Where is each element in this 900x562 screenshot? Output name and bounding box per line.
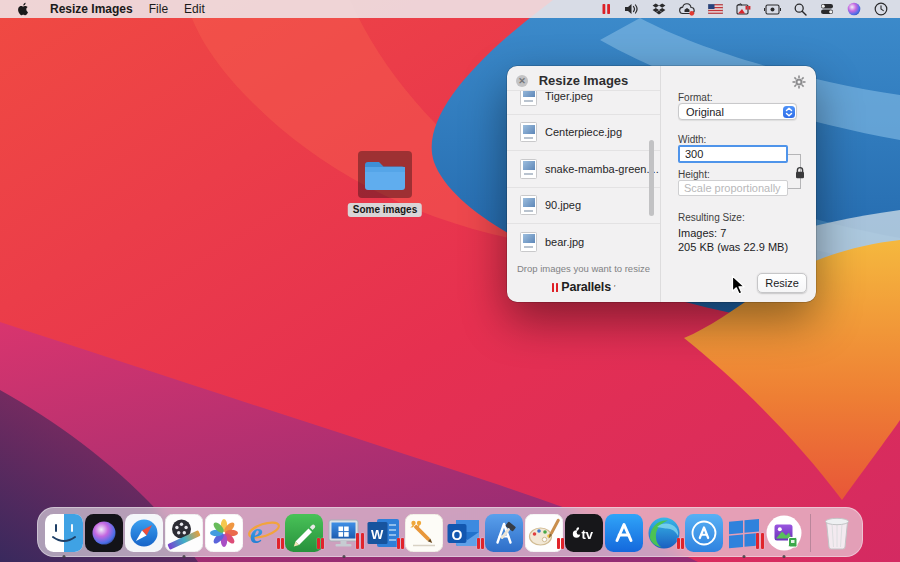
width-input[interactable] — [678, 145, 788, 163]
running-indicator — [743, 555, 746, 558]
parallels-pause-badge — [756, 533, 765, 549]
dock-microsoft-outlook-icon[interactable]: O — [445, 514, 483, 552]
menu-edit[interactable]: Edit — [184, 2, 205, 16]
size-summary: 205 KB (was 22.9 MB) — [678, 241, 788, 253]
lock-bracket — [788, 188, 800, 189]
dock-paint-icon[interactable] — [525, 514, 563, 552]
volume-icon[interactable] — [624, 3, 639, 15]
pane-divider — [660, 66, 661, 302]
format-label: Format: — [678, 92, 712, 103]
parallels-pause-icon[interactable] — [602, 3, 611, 15]
lock-icon[interactable] — [794, 165, 806, 183]
select-stepper-icon — [783, 106, 795, 118]
dock-siri-icon[interactable] — [85, 514, 123, 552]
menu-app-name[interactable]: Resize Images — [50, 2, 133, 16]
resize-button[interactable]: Resize — [757, 273, 807, 293]
dock-wordpad-icon[interactable] — [405, 514, 443, 552]
list-item[interactable]: Centerpiece.jpg — [507, 115, 660, 152]
parallels-pause-badge — [397, 538, 405, 549]
svg-text:tv: tv — [582, 527, 594, 542]
dock-resize-images-app-icon[interactable] — [765, 514, 803, 552]
parallels-pause-badge — [557, 538, 565, 549]
images-count: Images: 7 — [678, 227, 726, 239]
dock-finder-icon[interactable] — [45, 514, 83, 552]
dock-internet-explorer-icon[interactable]: e — [245, 514, 283, 552]
desktop-folder-label[interactable]: Some images — [348, 203, 422, 217]
running-indicator — [783, 555, 786, 558]
height-input[interactable] — [678, 180, 788, 196]
dock: e W O tv — [37, 507, 863, 557]
dock-microsoft-word-icon[interactable]: W — [365, 514, 403, 552]
dock-photos-icon[interactable] — [205, 514, 243, 552]
menu-bar: Resize Images File Edit — [0, 0, 900, 18]
running-indicator — [343, 555, 346, 558]
dock-movie-app-icon[interactable] — [165, 514, 203, 552]
siri-icon[interactable] — [847, 2, 861, 16]
parallels-pause-badge — [317, 538, 325, 549]
mouse-cursor — [731, 275, 746, 300]
list-item[interactable]: bear.jpg — [507, 224, 660, 260]
parallels-logo: Parallels ′ — [507, 280, 660, 294]
parallels-pause-badge — [677, 538, 685, 549]
running-indicator — [63, 555, 66, 558]
parallels-pause-badge — [477, 538, 485, 549]
dock-trash-icon[interactable] — [818, 514, 856, 552]
drop-hint: Drop images you want to resize — [507, 263, 660, 274]
list-scrollbar[interactable] — [649, 140, 654, 216]
desktop-folder-some-images[interactable] — [358, 151, 412, 198]
svg-text:e: e — [250, 517, 263, 549]
clock-icon[interactable] — [874, 2, 888, 16]
format-select[interactable]: Original — [678, 103, 797, 120]
us-flag-icon[interactable] — [708, 4, 723, 14]
dock-safari-icon[interactable] — [125, 514, 163, 552]
dock-windows-icon[interactable] — [725, 514, 763, 552]
apple-menu-icon[interactable] — [17, 2, 30, 16]
list-item[interactable]: Tiger.jpeg — [507, 90, 660, 115]
cloud-home-icon[interactable] — [679, 3, 695, 16]
list-item[interactable]: snake-mamba-green.... — [507, 151, 660, 188]
control-center-icon[interactable] — [820, 3, 834, 15]
parallels-camera-icon[interactable] — [736, 3, 751, 15]
parallels-bars-icon — [552, 283, 559, 292]
file-list: Tiger.jpeg Centerpiece.jpg snake-mamba-g… — [507, 90, 660, 260]
jpeg-file-icon — [520, 232, 537, 252]
resulting-size-label: Resulting Size: — [678, 212, 745, 223]
parallels-pause-badge — [277, 538, 285, 549]
screen-recording-icon[interactable] — [764, 4, 781, 15]
dock-app-store-alt-icon[interactable] — [685, 514, 723, 552]
resize-images-window: ✕ Resize Images Tiger.jpeg Centerpiece.j… — [507, 66, 816, 302]
dock-app-store-icon[interactable] — [605, 514, 643, 552]
dock-microsoft-edge-icon[interactable] — [645, 514, 683, 552]
width-label: Width: — [678, 134, 706, 145]
dropbox-icon[interactable] — [652, 3, 666, 16]
spotlight-icon[interactable] — [794, 3, 807, 16]
folder-icon — [362, 157, 408, 193]
dock-xcode-icon[interactable] — [485, 514, 523, 552]
window-title: Resize Images — [507, 73, 660, 88]
list-item[interactable]: 90.jpeg — [507, 188, 660, 225]
dock-apple-tv-icon[interactable]: tv — [565, 514, 603, 552]
jpeg-file-icon — [520, 195, 537, 215]
jpeg-file-icon — [520, 90, 537, 106]
jpeg-file-icon — [520, 122, 537, 142]
svg-text:O: O — [452, 527, 463, 543]
lock-bracket — [788, 154, 800, 155]
jpeg-file-icon — [520, 159, 537, 179]
parallels-pause-badge — [356, 533, 365, 549]
running-indicator — [183, 555, 186, 558]
menu-file[interactable]: File — [149, 2, 168, 16]
dock-parallels-windows-pc-icon[interactable] — [325, 514, 363, 552]
gear-icon[interactable] — [792, 75, 806, 93]
dock-divider — [810, 514, 811, 552]
dock-green-notes-icon[interactable] — [285, 514, 323, 552]
height-label: Height: — [678, 169, 710, 180]
svg-text:W: W — [371, 527, 384, 542]
